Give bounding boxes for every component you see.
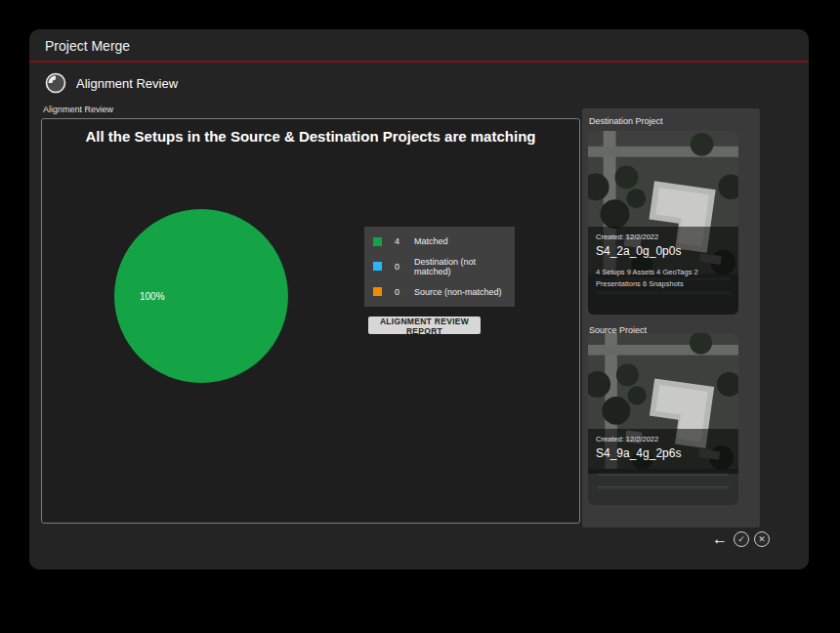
legend-label: Source (non-matched) xyxy=(414,287,502,297)
alignment-review-panel: All the Setups in the Source & Destinati… xyxy=(41,118,580,524)
close-icon: ✕ xyxy=(758,534,766,544)
check-icon: ✓ xyxy=(737,534,745,544)
back-arrow-icon: ← xyxy=(712,530,728,547)
panel-label: Alignment Review xyxy=(43,105,113,114)
pie-chart: 100% xyxy=(114,209,288,383)
card-project-name: S4_2a_0g_0p0s xyxy=(596,244,731,258)
card-project-stats: 4 Setups 9 Assets 4 GeoTags 2 Presentati… xyxy=(596,267,731,290)
legend-count: 0 xyxy=(395,262,410,272)
card-created-date: Created: 12/2/2022 xyxy=(596,232,731,241)
legend-count: 4 xyxy=(395,236,410,246)
window-title: Project Merge xyxy=(45,38,130,54)
confirm-button[interactable]: ✓ xyxy=(734,531,749,547)
panel-heading: All the Setups in the Source & Destinati… xyxy=(42,128,579,145)
page-background: Project Merge Alignment Review Alignment… xyxy=(0,0,840,633)
alignment-review-report-button[interactable]: ALIGNMENT REVIEW REPORT xyxy=(368,316,481,334)
legend-count: 0 xyxy=(395,287,410,297)
card-created-date: Created: 12/2/2022 xyxy=(596,435,731,443)
alignment-review-icon xyxy=(45,72,66,94)
title-divider xyxy=(29,61,809,63)
app-window: Project Merge Alignment Review Alignment… xyxy=(29,29,809,570)
projects-sidebar: Destination Project Created: 12/2/2022 S… xyxy=(582,108,760,528)
footer-actions: ← ✓ ✕ xyxy=(711,530,770,548)
pie-percentage-label: 100% xyxy=(140,291,165,302)
legend-row-matched: 4 Matched xyxy=(364,236,515,246)
legend-swatch-matched xyxy=(373,237,382,246)
card-project-name: S4_9a_4g_2p6s xyxy=(596,446,731,460)
source-project-card: Created: 12/2/2022 S4_9a_4g_2p6s xyxy=(588,333,738,505)
cancel-button[interactable]: ✕ xyxy=(754,531,770,547)
aerial-map-image xyxy=(588,333,738,505)
card-overlay: Created: 12/2/2022 S4_9a_4g_2p6s xyxy=(588,429,738,474)
section-title: Alignment Review xyxy=(76,76,178,91)
back-button[interactable]: ← xyxy=(711,530,729,548)
legend-swatch-destination xyxy=(373,262,382,271)
card-overlay: Created: 12/2/2022 S4_2a_0g_0p0s 4 Setup… xyxy=(588,227,738,315)
legend-row-destination: 0 Destination (not matched) xyxy=(364,257,515,276)
legend-label: Destination (not matched) xyxy=(414,257,515,276)
destination-project-card: Created: 12/2/2022 S4_2a_0g_0p0s 4 Setup… xyxy=(588,131,738,315)
legend-row-source: 0 Source (non-matched) xyxy=(364,287,515,297)
legend-swatch-source xyxy=(373,287,382,296)
destination-project-label: Destination Project xyxy=(589,116,663,126)
chart-legend: 4 Matched 0 Destination (not matched) 0 … xyxy=(364,227,515,307)
section-header: Alignment Review xyxy=(45,72,178,94)
legend-label: Matched xyxy=(414,236,448,246)
